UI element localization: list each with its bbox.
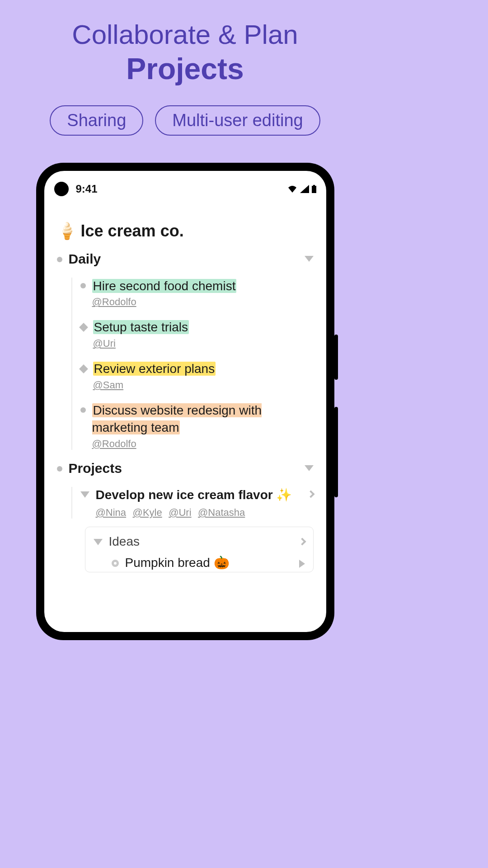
daily-items: Hire second food chemist @Rodolfo Setup …	[71, 278, 314, 450]
mention[interactable]: @Uri	[93, 338, 314, 349]
phone-side-button	[334, 335, 338, 380]
bullet-icon	[57, 257, 62, 262]
svg-rect-1	[313, 185, 315, 186]
collapse-icon[interactable]	[305, 465, 314, 471]
projects-items: Develop new ice cream flavor ✨ @Nina @Ky…	[71, 487, 314, 519]
bullet-icon	[80, 283, 86, 288]
project-mentions: @Nina @Kyle @Uri @Natasha	[96, 507, 314, 519]
item-text: Hire second food chemist	[92, 279, 237, 293]
wifi-icon	[287, 185, 297, 193]
mention[interactable]: @Rodolfo	[92, 296, 314, 308]
phone-screen: 9:41 🍦 Ice cream co. Daily	[44, 171, 326, 632]
mention[interactable]: @Natasha	[198, 507, 245, 518]
radio-icon[interactable]	[112, 560, 119, 567]
chip-sharing[interactable]: Sharing	[50, 105, 143, 136]
status-bar: 9:41	[54, 179, 316, 199]
ice-cream-icon: 🍦	[57, 222, 77, 241]
mention[interactable]: @Sam	[93, 379, 314, 391]
list-item[interactable]: Review exterior plans @Sam	[80, 360, 314, 391]
item-text: Review exterior plans	[93, 362, 216, 376]
list-item[interactable]: Hire second food chemist @Rodolfo	[80, 278, 314, 308]
item-text: Setup taste trials	[93, 320, 189, 334]
signal-icon	[300, 185, 309, 193]
status-time: 9:41	[76, 183, 98, 195]
sparkle-icon: ✨	[276, 488, 292, 502]
bullet-icon	[80, 407, 86, 413]
hero: Collaborate & Plan Projects Sharing Mult…	[0, 0, 370, 136]
bullet-icon	[57, 466, 62, 472]
mention[interactable]: @Rodolfo	[92, 438, 314, 450]
bullet-icon	[79, 364, 88, 373]
expand-icon[interactable]	[80, 491, 89, 498]
idea-item[interactable]: Pumpkin bread 🎃	[112, 555, 305, 570]
front-camera	[54, 182, 69, 196]
chip-multiuser[interactable]: Multi-user editing	[155, 105, 320, 136]
list-item[interactable]: Setup taste trials @Uri	[80, 319, 314, 349]
list-item[interactable]: Discuss website redesign with marketing …	[80, 402, 314, 450]
bullet-icon	[79, 323, 88, 332]
mention[interactable]: @Nina	[96, 507, 127, 518]
item-text: Discuss website redesign with marketing …	[92, 403, 262, 434]
phone-side-button	[334, 407, 338, 497]
section-label: Daily	[69, 251, 298, 267]
chevron-right-icon[interactable]	[307, 490, 314, 498]
hero-emphasis: Projects	[0, 52, 370, 85]
ideas-card[interactable]: Ideas Pumpkin bread 🎃	[85, 527, 314, 572]
expand-icon[interactable]	[94, 539, 103, 545]
svg-rect-0	[312, 186, 316, 193]
project-title: Develop new ice cream flavor ✨	[96, 487, 302, 503]
document-title[interactable]: 🍦 Ice cream co.	[57, 222, 314, 241]
chevron-right-icon[interactable]	[298, 538, 306, 545]
chevron-right-icon[interactable]	[299, 560, 305, 568]
battery-icon	[312, 185, 316, 193]
section-projects[interactable]: Projects	[57, 461, 314, 476]
ideas-label: Ideas	[109, 534, 293, 549]
phone-frame: 9:41 🍦 Ice cream co. Daily	[36, 163, 334, 640]
project-item[interactable]: Develop new ice cream flavor ✨	[80, 487, 314, 503]
section-daily[interactable]: Daily	[57, 251, 314, 267]
section-label: Projects	[69, 461, 298, 476]
idea-text: Pumpkin bread 🎃	[125, 555, 293, 570]
hero-title: Collaborate & Plan	[0, 20, 370, 50]
collapse-icon[interactable]	[305, 256, 314, 262]
mention[interactable]: @Uri	[169, 507, 191, 518]
mention[interactable]: @Kyle	[133, 507, 162, 518]
document: 🍦 Ice cream co. Daily Hire second food c…	[54, 199, 316, 572]
document-title-text: Ice cream co.	[81, 222, 184, 241]
chip-row: Sharing Multi-user editing	[0, 105, 370, 136]
